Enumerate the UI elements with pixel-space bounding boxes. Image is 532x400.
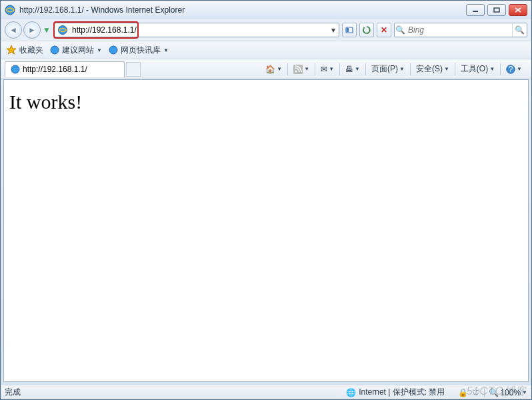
search-bar[interactable]: 🔍 🔍 xyxy=(394,23,527,37)
safety-menu[interactable]: 安全(S)▼ xyxy=(413,62,452,77)
favorites-bar: 收藏夹 建议网站 ▼ 网页快讯库 ▼ xyxy=(1,41,531,59)
page-menu[interactable]: 页面(P)▼ xyxy=(369,62,407,77)
site-icon xyxy=(50,45,59,55)
svg-point-12 xyxy=(295,70,297,72)
zoom-dropdown[interactable]: ▼ xyxy=(522,389,527,395)
status-text: 完成 xyxy=(5,387,346,398)
active-tab[interactable]: http://192.168.1.1/ xyxy=(5,61,125,77)
page-heading: It works! xyxy=(9,91,523,113)
refresh-button[interactable] xyxy=(359,23,374,37)
address-input[interactable] xyxy=(71,23,328,37)
favorites-button[interactable]: 收藏夹 xyxy=(6,45,43,56)
print-button[interactable]: 🖶▼ xyxy=(343,62,363,77)
safety-label: 安全(S) xyxy=(416,63,443,75)
tools-menu[interactable]: 工具(O)▼ xyxy=(458,62,497,77)
help-icon: ? xyxy=(506,65,515,74)
favorites-item-webslices[interactable]: 网页快讯库 ▼ xyxy=(109,45,169,56)
svg-point-5 xyxy=(59,26,67,35)
back-button[interactable]: ◄ xyxy=(5,21,22,39)
svg-rect-7 xyxy=(347,28,349,32)
rss-icon xyxy=(293,65,303,74)
new-tab-button[interactable] xyxy=(126,62,141,77)
svg-point-10 xyxy=(11,65,19,73)
forward-button[interactable]: ► xyxy=(23,21,41,39)
page-viewport[interactable]: It works! xyxy=(3,79,529,382)
svg-rect-2 xyxy=(494,8,499,12)
protected-mode-icon[interactable]: 🛡 xyxy=(472,388,480,397)
nav-toolbar: ◄ ► ▼ ▾ ✕ 🔍 🔍 xyxy=(1,19,531,41)
tools-label: 工具(O) xyxy=(461,63,488,75)
address-dropdown[interactable]: ▾ xyxy=(328,25,339,35)
favorites-item-label: 网页快讯库 xyxy=(121,45,161,56)
favorites-label: 收藏夹 xyxy=(19,45,43,56)
site-icon xyxy=(109,45,118,55)
window-title: http://192.168.1.1/ - Windows Internet E… xyxy=(19,5,466,15)
status-bar: 完成 🌐 Internet | 保护模式: 禁用 🔒 🛡 🔍 100% ▼ xyxy=(1,385,531,399)
stop-button[interactable]: ✕ xyxy=(377,23,391,37)
search-go-button[interactable]: 🔍 xyxy=(512,23,527,37)
globe-icon: 🌐 xyxy=(346,388,356,397)
zone-text: Internet | 保护模式: 禁用 xyxy=(359,387,445,398)
titlebar: http://192.168.1.1/ - Windows Internet E… xyxy=(1,1,531,19)
print-icon: 🖶 xyxy=(345,65,353,74)
chevron-down-icon: ▼ xyxy=(97,47,102,53)
readmail-button[interactable]: ✉▼ xyxy=(318,62,337,77)
favorites-item-suggested[interactable]: 建议网站 ▼ xyxy=(50,45,102,56)
history-dropdown[interactable]: ▼ xyxy=(42,23,51,37)
command-bar: http://192.168.1.1/ 🏠▼ ▼ ✉▼ 🖶▼ 页面(P)▼ 安全… xyxy=(1,59,531,79)
page-label: 页面(P) xyxy=(371,63,398,75)
compat-view-button[interactable] xyxy=(342,23,357,37)
address-bar[interactable]: ▾ xyxy=(54,23,339,37)
zoom-icon[interactable]: 🔍 xyxy=(489,388,499,397)
favorites-item-label: 建议网站 xyxy=(62,45,94,56)
minimize-button[interactable] xyxy=(466,4,485,16)
mail-icon: ✉ xyxy=(321,65,327,74)
svg-text:?: ? xyxy=(509,65,513,74)
security-icon[interactable]: 🔒 xyxy=(458,388,468,397)
chevron-down-icon: ▼ xyxy=(163,47,169,53)
search-input[interactable] xyxy=(405,25,512,35)
svg-point-9 xyxy=(109,46,117,54)
svg-point-0 xyxy=(5,5,15,15)
tab-title: http://192.168.1.1/ xyxy=(23,65,87,74)
maximize-button[interactable] xyxy=(487,4,506,16)
close-button[interactable] xyxy=(509,4,527,16)
svg-point-8 xyxy=(51,46,59,54)
ie-logo-icon xyxy=(5,5,15,15)
tab-favicon-icon xyxy=(11,65,20,74)
star-icon xyxy=(6,45,17,55)
ie-window: http://192.168.1.1/ - Windows Internet E… xyxy=(0,0,532,400)
zoom-value[interactable]: 100% xyxy=(500,388,521,397)
feeds-button[interactable]: ▼ xyxy=(291,62,312,77)
search-provider-icon: 🔍 xyxy=(395,25,405,35)
home-button[interactable]: 🏠▼ xyxy=(263,62,285,77)
page-body: It works! xyxy=(4,80,528,124)
home-icon: 🏠 xyxy=(265,65,275,74)
help-button[interactable]: ?▼ xyxy=(503,62,525,77)
page-favicon-icon xyxy=(57,25,68,35)
